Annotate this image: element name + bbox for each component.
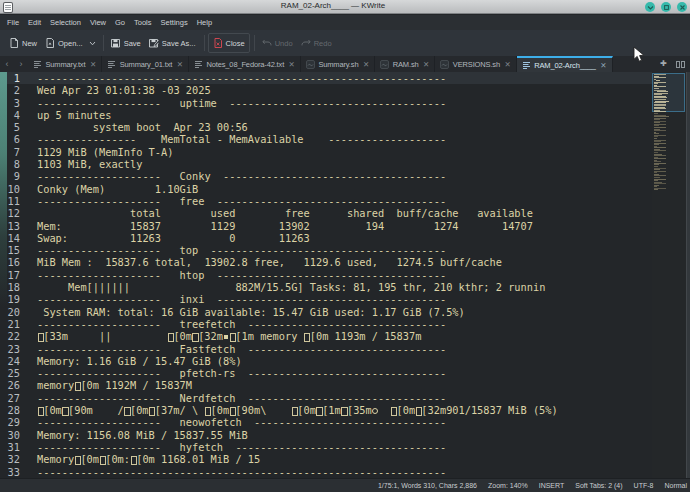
menu-selection[interactable]: Selection bbox=[46, 15, 86, 30]
new-button-label: New bbox=[22, 39, 37, 48]
text-file-icon bbox=[107, 60, 116, 69]
menu-edit[interactable]: Edit bbox=[24, 15, 46, 30]
tab-RAM_02-Arch____[interactable]: RAM_02-Arch____✕ bbox=[517, 56, 613, 72]
shell-script-file-icon bbox=[440, 60, 449, 69]
tab-close-icon[interactable]: ✕ bbox=[423, 60, 429, 69]
control-char-glyph bbox=[204, 406, 210, 416]
redo-icon bbox=[301, 38, 311, 48]
tab-label: VERSIONS.sh bbox=[453, 60, 500, 69]
encoding-status[interactable]: UTF-8 bbox=[634, 482, 654, 489]
tab-close-icon[interactable]: ✕ bbox=[289, 60, 295, 69]
tab-RAM.sh[interactable]: RAM.sh✕ bbox=[375, 56, 435, 72]
text-file-icon bbox=[194, 60, 203, 69]
close-document-icon bbox=[213, 38, 223, 48]
menu-file[interactable]: File bbox=[7, 15, 24, 30]
tab-scroll-right-icon[interactable]: › bbox=[14, 56, 28, 72]
redo-button[interactable]: Redo bbox=[297, 34, 336, 52]
close-button-label: Close bbox=[226, 39, 245, 48]
save-button-label: Save bbox=[124, 39, 141, 48]
cursor-position-status[interactable]: 1/75:1, Words 310, Chars 2,886 bbox=[378, 482, 477, 489]
tabs-mode-status[interactable]: Soft Tabs: 2 (4) bbox=[575, 482, 622, 489]
window-right-border bbox=[686, 72, 690, 478]
control-char-glyph bbox=[316, 406, 322, 416]
tab-Notes_08_Fedora-42.txt[interactable]: Notes_08_Fedora-42.txt✕ bbox=[189, 56, 301, 72]
open-button[interactable]: Open... bbox=[41, 34, 87, 52]
window-title: RAM_02-Arch____ — KWrite bbox=[22, 1, 644, 10]
tab-close-icon[interactable]: ✕ bbox=[90, 60, 96, 69]
menubar: FileEditSelectionViewGoToolsSettingsHelp bbox=[0, 15, 690, 30]
menu-help[interactable]: Help bbox=[192, 15, 216, 30]
line-numbers-gutter: 1 2 3 4 5 6 7 8 9 10 11 12 13 14 15 16 1… bbox=[0, 72, 20, 478]
menu-tools[interactable]: Tools bbox=[130, 15, 157, 30]
menu-settings[interactable]: Settings bbox=[156, 15, 192, 30]
close-window-button[interactable] bbox=[677, 2, 687, 12]
undo-button-label: Undo bbox=[275, 39, 293, 48]
close-document-button[interactable]: Close bbox=[208, 33, 250, 53]
maximize-icon bbox=[663, 4, 670, 11]
save-icon bbox=[111, 38, 121, 48]
tab-close-icon[interactable]: ✕ bbox=[504, 60, 510, 69]
toolbar-separator bbox=[254, 35, 255, 51]
control-char-glyph bbox=[37, 406, 43, 416]
text-file-icon bbox=[33, 60, 42, 69]
zoom-status[interactable]: Zoom: 140% bbox=[488, 482, 528, 489]
open-dropdown-chevron-icon[interactable] bbox=[89, 41, 96, 46]
highlight-mode-status[interactable]: Normal bbox=[664, 482, 687, 489]
tab-close-icon[interactable]: ✕ bbox=[363, 60, 369, 69]
tab-scroll-left-icon[interactable]: ‹ bbox=[0, 56, 14, 72]
control-char-glyph bbox=[74, 455, 80, 465]
minimap-scrollbar[interactable] bbox=[652, 72, 686, 478]
mouse-cursor bbox=[633, 46, 645, 63]
control-char-glyph bbox=[192, 332, 198, 342]
redo-button-label: Redo bbox=[314, 39, 332, 48]
control-char-glyph bbox=[37, 332, 43, 342]
circle-glyph bbox=[372, 406, 378, 416]
save-button[interactable]: Save bbox=[107, 34, 145, 52]
save-as-button-label: Save As... bbox=[162, 39, 196, 48]
tab-label: RAM.sh bbox=[393, 60, 419, 69]
shell-script-file-icon bbox=[380, 60, 389, 69]
tab-VERSIONS.sh[interactable]: VERSIONS.sh✕ bbox=[435, 56, 516, 72]
control-char-glyph bbox=[304, 332, 310, 342]
control-char-glyph bbox=[124, 406, 130, 416]
minimize-button[interactable] bbox=[645, 2, 655, 12]
open-document-icon bbox=[45, 38, 55, 48]
text-file-icon bbox=[522, 61, 531, 70]
input-mode-status[interactable]: INSERT bbox=[539, 482, 565, 489]
kwrite-app-icon bbox=[4, 3, 12, 12]
control-char-glyph bbox=[415, 406, 421, 416]
menu-go[interactable]: Go bbox=[111, 15, 130, 30]
control-char-glyph bbox=[390, 406, 396, 416]
tab-Summary.sh[interactable]: Summary.sh✕ bbox=[301, 56, 375, 72]
shell-script-file-icon bbox=[306, 60, 315, 69]
tab-close-icon[interactable]: ✕ bbox=[177, 60, 183, 69]
tab-label: RAM_02-Arch____ bbox=[534, 61, 596, 70]
open-button-label: Open... bbox=[58, 39, 83, 48]
split-view-button[interactable] bbox=[676, 61, 685, 68]
new-button[interactable]: New bbox=[5, 34, 41, 52]
undo-button[interactable]: Undo bbox=[258, 34, 297, 52]
toolbar-separator bbox=[103, 35, 104, 51]
document-text[interactable]: ----------------------------------------… bbox=[37, 72, 558, 478]
toolbar: New Open... Save Save As... Close Undo R… bbox=[0, 30, 690, 56]
tab-label: Summary_01.txt bbox=[120, 60, 173, 69]
control-char-glyph bbox=[74, 381, 80, 391]
editor-area[interactable]: 1 2 3 4 5 6 7 8 9 10 11 12 13 14 15 16 1… bbox=[0, 72, 690, 478]
tab-Summary_01.txt[interactable]: Summary_01.txt✕ bbox=[102, 56, 189, 72]
new-document-icon bbox=[9, 38, 19, 48]
save-as-icon bbox=[149, 38, 159, 48]
new-tab-button[interactable]: ✚ bbox=[660, 60, 667, 68]
statusbar: 1/75:1, Words 310, Chars 2,886Zoom: 140%… bbox=[0, 478, 690, 492]
tabbar: ‹ › Summary.txt✕Summary_01.txt✕Notes_08_… bbox=[0, 56, 690, 72]
control-char-glyph bbox=[291, 406, 297, 416]
save-as-button[interactable]: Save As... bbox=[145, 34, 200, 52]
tab-close-icon[interactable]: ✕ bbox=[600, 61, 606, 70]
undo-icon bbox=[262, 38, 272, 48]
tab-Summary.txt[interactable]: Summary.txt✕ bbox=[28, 56, 102, 72]
control-char-glyph bbox=[229, 332, 235, 342]
tab-label: Notes_08_Fedora-42.txt bbox=[207, 60, 285, 69]
menu-view[interactable]: View bbox=[85, 15, 110, 30]
toolbar-separator bbox=[204, 35, 205, 51]
maximize-button[interactable] bbox=[661, 2, 671, 12]
titlebar[interactable]: RAM_02-Arch____ — KWrite bbox=[0, 0, 690, 14]
